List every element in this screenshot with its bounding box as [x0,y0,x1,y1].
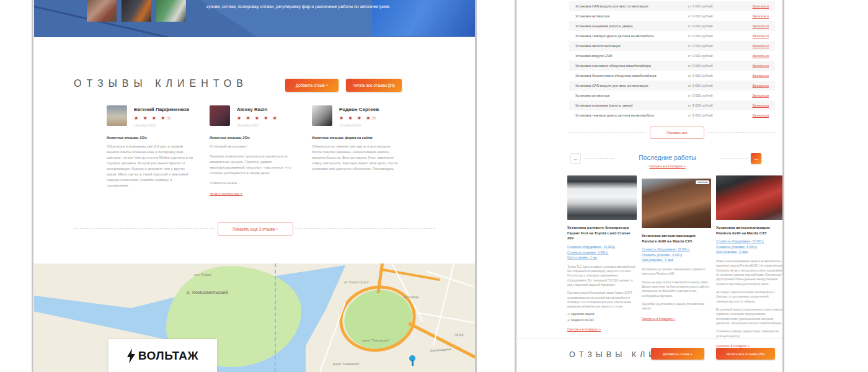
work-paragraph: Теперь не надо искать в автомобиле кнопк… [642,280,711,298]
service-name: Установка бесключевого обходчика иммобил… [575,74,688,78]
page-border-mid-right [515,0,516,372]
work-paragraph: Встроенный модуль подключения к шине поз… [716,308,782,326]
carousel-prev-button[interactable]: ← [570,153,581,164]
read-all-reviews-button[interactable]: Читать все отзывы (56) [346,79,402,92]
review-paragraph: Обратился в компанию уже 2-й раз, в перв… [107,144,195,188]
map-label: рынок "Поволжский" [361,339,390,342]
signup-link[interactable]: Записаться [752,104,769,107]
review-paragraph: Приехал изначально проконсультироваться … [210,154,298,176]
price-row: Установка CAN модуля для авто сигнализац… [569,1,775,11]
divider-dashed [74,228,214,229]
add-review-button[interactable]: Добавить отзыв + [651,348,704,360]
star-rating: ★ ★ ★ ★☆ [134,115,189,121]
price-row: Установка бесключевого обходчика иммобил… [569,71,775,81]
work-paragraph: Фотофиниш установки современного охранно… [642,267,711,277]
signup-link[interactable]: Записаться [752,54,769,58]
price-row: Установка температурного датчика на авто… [569,31,775,41]
service-price: от 3 000 рублей [688,54,733,58]
price-row: Установка активатораот 3 000 рублейЗапис… [569,11,775,21]
service-name: Установка автосигнализации [575,44,688,48]
signup-link[interactable]: Записаться [752,94,769,97]
page-border-right [782,0,784,372]
map-label: о. Комсомольский [187,290,228,295]
signup-link[interactable]: Записаться [752,4,769,8]
service-price: от 3 000 рублей [688,44,733,48]
signup-link[interactable]: Записаться [752,113,769,117]
work-title: Установка автосигнализации Pandora dx90 … [716,225,782,236]
review-paragraph: Обратился по замене сим карты в gsm моду… [312,144,400,172]
works-carousel: Установка рулевого блокиратора Гарант Fo… [567,175,782,350]
service-price: от 3 000 рублей [688,14,733,18]
show-all-prices-button[interactable]: Показать все [650,126,704,139]
spec-line: Стоимость установки - 8 000 р. [642,253,711,258]
work-paragraph: Toyota TLC один из самых угоняемых автом… [567,265,637,288]
map-ferry-route [275,264,276,372]
read-all-reviews-button[interactable]: Читать все отзывы (56) [716,348,775,360]
read-full-review-link[interactable]: читать полностью + [210,192,242,195]
signup-link[interactable]: Записаться [752,24,769,28]
banner-thumbnail-3[interactable] [156,0,186,22]
work-paragraph: Установили камеру заднего вида с выводом… [716,329,782,339]
service-name: Установка ключевого обходчика иммобилайз… [575,64,688,68]
review-date: 19 ноября 2019 [339,124,379,127]
carousel-next-button[interactable]: → [751,153,761,164]
review-date: 19 ноября 2019 [237,124,278,127]
show-more-reviews-button[interactable]: Показать еще 3 отзыва + [218,222,293,236]
instagram-post-link[interactable]: Смотреть в Instagram + [567,327,601,331]
signup-link[interactable]: Записаться [752,14,769,18]
map-label: жк "Новый город 4" [344,281,370,284]
review-source: Источник отзыва: 2Gis [107,136,195,140]
service-price: от 3 000 рублей [688,64,733,68]
banner-thumbnail-1[interactable] [87,0,117,22]
watermark-badge: вольтаж [696,180,709,184]
service-price: от 3 000 рублей [688,4,733,8]
divider-dashed [585,158,614,159]
signup-link[interactable]: Записаться [752,74,769,78]
work-title: Установка рулевого блокиратора Гарант Fo… [567,225,637,241]
work-photo[interactable] [567,175,637,220]
work-card: Установка рулевого блокиратора Гарант Fo… [567,175,637,350]
review-paragraph: Ответили на все... [210,180,298,186]
work-photo[interactable]: вольтаж [642,179,711,228]
check-icon: ✔ [567,319,570,322]
price-row: Установка температурного датчика на авто… [569,110,775,120]
signup-link[interactable]: Записаться [752,44,769,48]
price-table: Установка CAN модуля для авто сигнализац… [569,1,775,120]
banner-thumbnail-2[interactable] [122,0,151,22]
reviews-section-title: ОТЗЫВЫ КЛИЕНТОВ [74,78,248,89]
work-description: Фотофиниш установки современного охранно… [642,267,711,311]
price-row: Установка CAN модуля для авто сигнализац… [569,81,775,91]
map-label: жк "Корица" [404,296,419,299]
left-page: кузова, оптики, полировку оптики, регули… [34,0,475,372]
logo-text: ВОЛЬТАЖ [138,349,198,363]
service-name: Установка модуля GSM [575,54,688,58]
spec-line: Стоимость оборудования - 22 000 р. [716,239,782,244]
map-label: снт "Ангара" [194,273,212,277]
work-specs: Стоимость оборудования - 22 000 р. Стоим… [716,239,782,255]
benefit-line: ✔скидка по КАСКО [567,319,637,322]
add-review-button[interactable]: Добавить отзыв + [285,79,339,92]
work-title: Установка автосигнализации Pandora dx90 … [642,233,711,244]
star-rating: ★ ★ ★ ★ ★ [237,115,278,121]
page-border-mid-left [475,0,477,372]
divider-dashed [720,158,748,159]
signup-link[interactable]: Записаться [752,64,769,68]
map-pin-icon[interactable] [409,355,416,366]
signup-link[interactable]: Записаться [752,84,769,87]
service-name: Установка CAN модуля для авто сигнализац… [575,84,688,87]
reviewer-name: Родион Сергеев [339,105,379,112]
work-photo[interactable] [716,175,782,220]
signup-link[interactable]: Записаться [752,34,769,38]
instagram-post-link[interactable]: Смотреть в Instagram + [642,317,675,321]
reviewer-name: Alexey Razin [237,105,278,112]
service-price: от 3 000 рублей [688,94,733,97]
location-map[interactable]: снт "Ангара" о. Комсомольский жк "Новый … [34,264,475,372]
work-description: Toyota TLC один из самых угоняемых автом… [567,265,637,309]
instagram-all-link[interactable]: Смотреть все в Instagram + [613,165,722,168]
price-row: Установка ключевого обходчика иммобилайз… [569,61,775,71]
price-row: Установка модуля GSMот 3 000 рублейЗапис… [569,51,775,61]
service-name: Установка температурного датчика на авто… [575,113,688,117]
service-price: от 3 000 рублей [688,84,733,87]
spec-line: Срок установки - 3 часа [716,250,782,255]
work-paragraph: Новая эшелонированная защита на автомоби… [716,259,782,286]
